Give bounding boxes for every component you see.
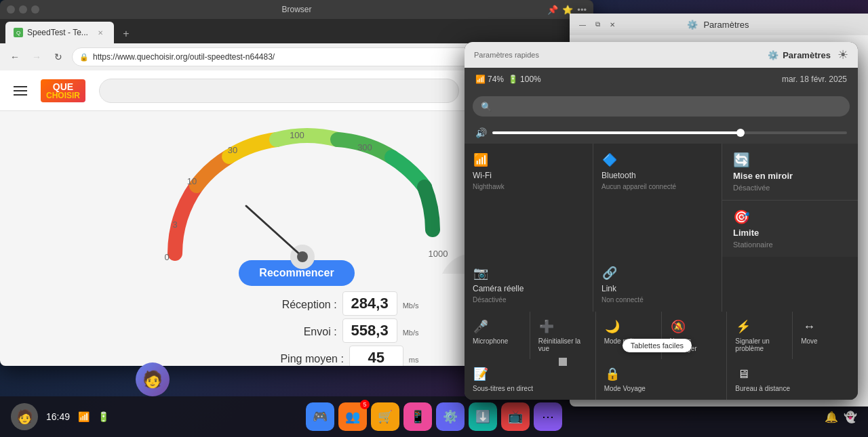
taskbar-more-app[interactable]: ⋯ (534, 402, 562, 431)
tab-favicon: Q (14, 28, 23, 37)
pin-icon: 📌 (547, 5, 558, 15)
volume-thumb[interactable] (736, 129, 745, 137)
svg-text:1000: 1000 (428, 249, 448, 259)
dnd-icon: 🔕 (670, 318, 686, 335)
volume-icon: 🔊 (475, 127, 487, 138)
taskbar-wifi-icon: 📶 (78, 411, 90, 422)
svg-text:30: 30 (227, 145, 237, 155)
reception-value-box: 284,3 (342, 291, 397, 316)
limite-tile[interactable]: 🎯 Limite Stationnaire (722, 201, 858, 257)
ping-label: Ping moyen : (256, 353, 344, 365)
envoi-label: Envoi : (249, 326, 337, 338)
camera-tile-icon: 📷 (473, 265, 489, 281)
taskbar-download-app[interactable]: ⬇️ (469, 402, 497, 431)
tab-close-btn[interactable]: ✕ (95, 27, 106, 38)
browser-maximize-btn[interactable] (19, 5, 27, 14)
quechoisir-logo[interactable]: QUE CHOISIR (41, 79, 85, 102)
camera-tile[interactable]: 📷 Caméra réelle Désactivée (465, 257, 593, 312)
wifi-tile-subtitle: Nighthawk (473, 183, 505, 190)
hamburger-line-2 (14, 90, 27, 91)
hamburger-line-1 (14, 86, 27, 87)
ping-row: Ping moyen : 45 ms (256, 346, 419, 366)
forward-btn[interactable]: → (28, 49, 45, 65)
taskbar-apps: 🎮 👥 5 🛒 📱 ⚙️ ⬇️ 📺 ⋯ (306, 402, 562, 431)
limite-title: Limite (733, 228, 847, 238)
volume-fill (492, 131, 741, 134)
taskbar-game-app[interactable]: 🎮 (306, 402, 334, 431)
reception-unit: Mb/s (403, 301, 419, 310)
ping-value-box: 45 (349, 346, 403, 366)
browser-close-btn[interactable] (31, 5, 39, 14)
taskbar-ghost-icon[interactable]: 👻 (844, 411, 857, 423)
reset-view-icon: ➕ (538, 318, 555, 335)
browser-minimize-btn[interactable] (7, 5, 15, 14)
wifi-tile[interactable]: 📶 Wi-Fi Nighthawk (465, 144, 593, 257)
taskbar-settings-app[interactable]: ⚙️ (436, 402, 465, 431)
taskbar-shop-app[interactable]: 🛒 (371, 402, 399, 431)
settings-titlebar: — ⧉ ✕ ⚙️ Paramètres (570, 14, 868, 35)
link-tile-icon: 🔗 (601, 265, 618, 281)
logo-que: QUE (53, 82, 73, 91)
bluetooth-tile[interactable]: 🔷 Bluetooth Aucun appareil connecté (593, 144, 722, 257)
settings-title: ⚙️ Paramètres (687, 20, 749, 30)
tab-label: SpeedTest - Te... (27, 28, 88, 37)
tablettes-text: Tablettes faciles (631, 341, 684, 350)
microphone-tile[interactable]: 🎤 Microphone (465, 312, 530, 359)
taskbar-avatar[interactable]: 🧑 (11, 403, 38, 430)
mirror-icon: 🔄 (733, 152, 847, 168)
qs-right-empty (722, 257, 858, 312)
svg-line-8 (246, 206, 302, 257)
settings-minimize-btn[interactable]: — (578, 20, 587, 29)
volume-slider[interactable] (492, 131, 847, 134)
active-tab[interactable]: Q SpeedTest - Te... ✕ (5, 22, 114, 43)
taskbar-phone-app[interactable]: 📱 (403, 402, 432, 431)
bluetooth-tile-icon: 🔷 (601, 152, 618, 168)
reset-slider-dot (559, 358, 567, 366)
settings-restore-btn[interactable]: ⧉ (593, 20, 602, 29)
taskbar-media-app[interactable]: 📺 (501, 402, 530, 431)
mirror-title: Mise en miroir (733, 171, 847, 181)
qs-status-header: 📶 74% 🔋 100% mar. 18 févr. 2025 (465, 68, 858, 91)
move-tile[interactable]: ↔ Move (793, 312, 858, 359)
microphone-icon: 🎤 (473, 318, 489, 335)
speedometer: 0 3 10 30 100 300 1000 (121, 125, 473, 274)
settings-window-controls: — ⧉ ✕ (578, 20, 617, 29)
browser-title: Browser (281, 5, 311, 14)
remote-tile[interactable]: 🖥 Bureau à distance (727, 359, 858, 400)
qs-right-column: 🔄 Mise en miroir Désactivée 🎯 Limite Sta… (722, 144, 858, 257)
avatar-icon: 🧑 (142, 370, 163, 389)
taskbar-notification-bell[interactable]: 🔔 (825, 411, 838, 423)
mirror-subtitle: Désactivée (733, 184, 847, 192)
mic-label: Microphone (473, 337, 508, 345)
back-btn[interactable]: ← (7, 49, 23, 65)
ping-value: 45 (368, 349, 384, 366)
travel-icon: 🔒 (604, 366, 620, 382)
wifi-status-icon: 📶 (475, 75, 486, 84)
report-icon: ⚡ (735, 318, 751, 335)
taskbar-right-area: 🔔 👻 (825, 411, 857, 423)
new-tab-btn[interactable]: + (117, 24, 136, 43)
mise-en-miroir-tile[interactable]: 🔄 Mise en miroir Désactivée (722, 144, 858, 200)
travel-tile[interactable]: 🔒 Mode Voyage (596, 359, 727, 400)
qs-settings-title: ⚙️ Paramètres (768, 50, 831, 60)
reload-btn[interactable]: ↻ (50, 49, 66, 65)
subtitles-tile[interactable]: 📝 Sous-titres en direct (465, 359, 595, 400)
settings-close-btn[interactable]: ✕ (608, 20, 617, 29)
taskbar-battery: 🔋 (98, 411, 109, 422)
link-tile[interactable]: 🔗 Link Non connecté (593, 257, 722, 312)
envoi-unit: Mb/s (403, 329, 419, 337)
user-avatar: 🧑 (136, 362, 170, 396)
camera-tile-title: Caméra réelle (473, 284, 524, 293)
subtitle-label: Sous-titres en direct (473, 385, 533, 392)
ping-unit: ms (409, 356, 419, 364)
reset-view-tile[interactable]: ➕ Réinitialiser la vue (530, 312, 595, 359)
page-search-bar[interactable] (99, 79, 459, 103)
brightness-icon[interactable]: ☀ (837, 47, 848, 62)
hamburger-menu[interactable] (14, 86, 27, 96)
svg-text:3: 3 (172, 220, 177, 230)
report-tile[interactable]: ⚡ Signaler un problème (727, 312, 792, 359)
qs-search-placeholder: 🔍 (481, 102, 492, 112)
qs-main-tiles: 📶 Wi-Fi Nighthawk 🔷 Bluetooth Aucun appa… (465, 144, 858, 257)
report-label: Signaler un problème (735, 337, 784, 352)
taskbar-people-app[interactable]: 👥 5 (338, 402, 367, 431)
